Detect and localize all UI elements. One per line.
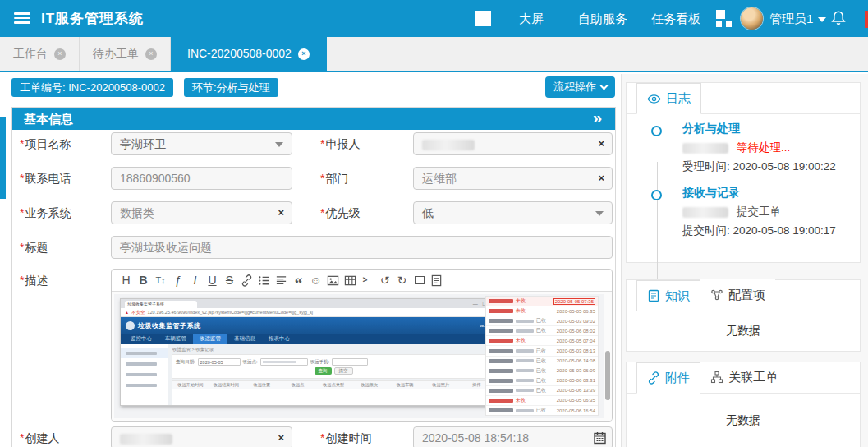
mini-body: 收运监管 > 收集记录 查询日期: 2020-05-05 收运点: 收运手机:	[121, 344, 498, 405]
app-title: IT服务管理系统	[41, 0, 144, 37]
mini-sidebar-item	[121, 380, 168, 390]
strikethrough-icon[interactable]: S	[223, 272, 236, 288]
chevron-down-icon[interactable]	[595, 211, 604, 216]
mini-table-header: 收运频次	[351, 382, 388, 388]
editor-scrollbar[interactable]	[605, 351, 610, 400]
tab-related-tickets[interactable]: 关联工单	[700, 362, 788, 393]
collapse-icon[interactable]: »	[593, 108, 602, 128]
mini-record-row: 未收2020-05-05 06:35	[486, 306, 598, 316]
tab-log[interactable]: 日志	[636, 83, 701, 114]
priority-select[interactable]: 低	[413, 201, 613, 224]
mini-nav-item: 基础信息	[227, 334, 262, 344]
mini-table-header: 收运结束时间	[209, 382, 245, 388]
preview-icon[interactable]	[430, 272, 443, 288]
font-icon[interactable]: ƒ	[172, 272, 184, 288]
clear-icon[interactable]: ×	[278, 202, 284, 224]
mini-phone-label: 收运手机:	[310, 359, 330, 365]
user-menu[interactable]: 管理员1	[769, 0, 826, 37]
list-icon[interactable]	[258, 272, 270, 288]
mini-table-header: 收运点类型	[315, 382, 351, 388]
fullscreen-icon[interactable]	[413, 272, 425, 288]
align-icon[interactable]	[275, 272, 287, 288]
chevron-down-icon	[818, 17, 826, 22]
tab-ticket[interactable]: INC-20200508-0002 ×	[171, 37, 327, 71]
chevron-down-icon[interactable]	[275, 142, 283, 147]
font-size-icon[interactable]: T↕	[154, 272, 167, 288]
embedded-screenshot[interactable]: 垃圾收集监管子系统 — ❐ × ▲ 不安全 120.196.25.46:9090…	[114, 294, 604, 418]
tab-knowledge-label: 知识	[665, 288, 690, 304]
log-entry-title: 分析与处理	[682, 122, 851, 136]
corner-badge[interactable]	[865, 11, 868, 28]
apps-grid-icon[interactable]	[716, 10, 733, 27]
italic-icon[interactable]: I	[189, 272, 201, 288]
underline-icon[interactable]: U	[206, 272, 218, 288]
rich-text-editor[interactable]: H B T↕ ƒ I U S “ ☺ >_ ↺ ↻	[111, 269, 613, 422]
mini-sidebar-item	[121, 358, 168, 369]
tab-attachments[interactable]: 附件	[636, 362, 700, 394]
title-field[interactable]: 亭湖垃圾收运问题	[111, 236, 613, 259]
creator-field[interactable]: ×	[111, 426, 292, 447]
table-icon[interactable]	[344, 272, 356, 288]
mini-record-row: 已收2020-05-06 16:54	[486, 406, 598, 416]
ticket-number-badge: 工单编号: INC-20200508-0002	[11, 78, 173, 97]
mini-table-header: 收运位置	[244, 382, 280, 388]
mini-record-row: 未收2020-05-05 07:35	[486, 297, 598, 306]
mini-sidebar	[121, 344, 168, 405]
reporter-field[interactable]: ×	[413, 132, 613, 155]
nav-item-taskboard[interactable]: 任务看板	[651, 0, 700, 37]
fullscreen-icon[interactable]	[475, 11, 491, 26]
mini-record-row: 已收2020-05-06 03:31	[486, 376, 598, 386]
code-icon[interactable]: >_	[361, 272, 374, 288]
created-time-field[interactable]: 2020-05-08 18:54:18	[413, 426, 613, 447]
notification-bell-icon[interactable]	[829, 9, 847, 27]
mini-table-header: 收运开始时间	[172, 382, 209, 388]
flow-actions-button[interactable]: 流程操作	[545, 76, 615, 98]
redo-icon[interactable]: ↻	[396, 272, 408, 288]
image-icon[interactable]	[327, 272, 339, 288]
heading-icon[interactable]: H	[120, 272, 132, 288]
clear-icon[interactable]: ×	[278, 427, 284, 447]
tab-workbench[interactable]: 工作台 ×	[0, 37, 80, 71]
quote-icon[interactable]: “	[292, 272, 305, 288]
undo-icon[interactable]: ↺	[379, 272, 391, 288]
tab-config-item[interactable]: 配置项	[700, 279, 775, 311]
close-icon[interactable]: ×	[298, 48, 310, 60]
phone-field[interactable]: 18860900560	[111, 167, 292, 190]
editor-content[interactable]: 垃圾收集监管子系统 — ❐ × ▲ 不安全 120.196.25.46:9090…	[112, 292, 612, 422]
description-label: *描述	[20, 274, 48, 288]
user-name: 管理员1	[769, 12, 813, 25]
avatar[interactable]	[741, 7, 763, 30]
top-header: IT服务管理系统 大屏 自助服务 任务看板 管理员1	[0, 0, 868, 37]
sidebar-handle[interactable]	[0, 117, 6, 199]
emoji-icon[interactable]: ☺	[310, 272, 322, 288]
clear-icon[interactable]: ×	[598, 168, 604, 189]
nav-item-dashboard[interactable]: 大屏	[519, 0, 544, 37]
mini-sidebar-item	[121, 369, 168, 380]
nav-item-selfservice[interactable]: 自助服务	[578, 0, 627, 37]
tab-todo[interactable]: 待办工单 ×	[80, 37, 171, 71]
log-entry: 接收与记录 提交工单 提交时间: 2020-05-08 19:00:17	[682, 186, 851, 238]
title-label: *标题	[20, 241, 48, 256]
system-label: *业务系统	[20, 206, 71, 221]
close-icon[interactable]: ×	[145, 48, 157, 60]
tab-knowledge[interactable]: 知识	[636, 280, 700, 311]
mini-point-label: 收运点:	[243, 359, 258, 365]
close-icon[interactable]: ×	[54, 48, 66, 60]
mini-record-row: 已收2020-05-06 14:08	[486, 357, 598, 366]
menu-icon[interactable]	[14, 12, 30, 24]
bold-icon[interactable]: B	[137, 272, 149, 288]
department-field[interactable]: 运维部×	[413, 167, 613, 190]
calendar-icon[interactable]	[594, 431, 606, 445]
system-field[interactable]: 数据类×	[111, 201, 292, 224]
mini-table-header: 收运照片	[423, 382, 459, 388]
link-icon[interactable]	[241, 272, 253, 288]
mini-search-button: 查询	[315, 367, 332, 375]
project-select[interactable]: 亭湖环卫	[111, 132, 292, 155]
warning-icon: ▲	[125, 310, 129, 315]
chevron-down-icon	[600, 82, 609, 90]
mini-date-input: 2020-05-05	[198, 358, 241, 366]
log-entry: 分析与处理 等待处理... 受理时间: 2020-05-08 19:00:22	[682, 122, 851, 174]
mini-nav-item: 监控中心	[124, 334, 158, 344]
clear-icon[interactable]: ×	[598, 133, 604, 154]
mini-table-header: 收运点	[280, 382, 316, 388]
